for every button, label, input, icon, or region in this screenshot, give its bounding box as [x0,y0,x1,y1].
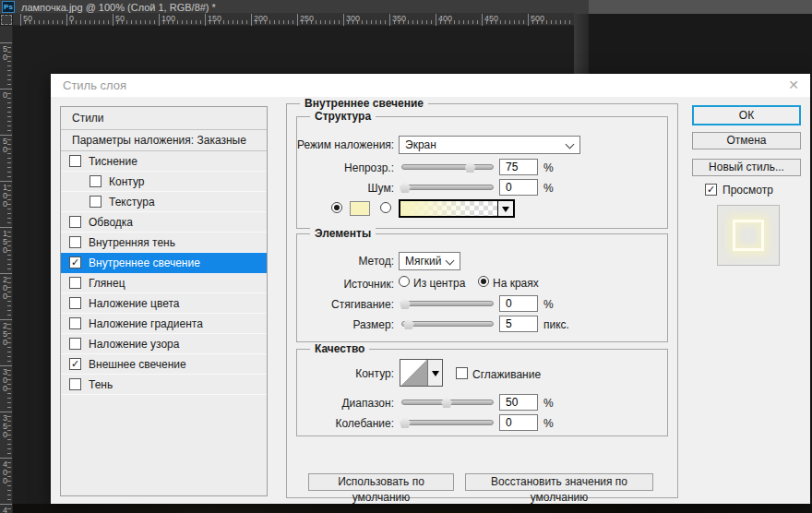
opacity-slider-thumb[interactable] [465,161,476,173]
antialias-checkbox[interactable] [456,367,468,379]
size-slider-thumb[interactable] [403,318,414,329]
sidebar-item-label: Тень [89,378,113,391]
choke-input[interactable] [499,295,538,312]
preview-checkbox[interactable]: ✓ [705,184,717,196]
elements-legend: Элементы [310,227,376,240]
sidebar-item-label: Текстура [109,196,155,209]
range-slider[interactable] [401,400,494,405]
sidebar-item-blending-options[interactable]: Параметры наложения: Заказные [61,130,267,151]
dialog-titlebar[interactable]: Стиль слоя ✕ [51,74,810,97]
dialog-close-icon[interactable]: ✕ [788,78,799,92]
sidebar-item[interactable]: Тиснение [61,151,267,172]
sidebar-item[interactable]: Глянец [61,273,267,293]
noise-input[interactable] [499,179,538,196]
preview-toggle: ✓Просмотр [705,183,773,197]
v-ruler-ticks [7,42,11,513]
technique-value: Мягкий [405,255,442,268]
workspace-strip [589,0,812,14]
technique-select[interactable]: Мягкий [399,252,460,270]
contour-thumbnail[interactable] [400,360,428,386]
noise-slider-thumb[interactable] [400,182,411,193]
source-edge-radio[interactable] [478,276,489,287]
v-ruler-label: 50 [3,42,7,62]
gradient-picker[interactable] [399,199,515,218]
sidebar-item[interactable]: Обводка [61,212,267,233]
cancel-button[interactable]: Отмена [692,132,801,149]
item-checkbox[interactable]: ✓ [69,256,81,268]
source-center-label: Из центра [413,277,465,290]
choke-slider[interactable] [401,301,494,306]
size-slider[interactable] [401,321,494,327]
range-slider-thumb[interactable] [441,397,452,408]
h-ruler-label: 250 [297,13,314,24]
sidebar-item[interactable]: Тень [61,375,267,395]
jitter-slider-thumb[interactable] [400,417,411,428]
v-ruler-label: 400 [3,458,7,485]
v-ruler-label: 50 [3,135,7,154]
item-checkbox[interactable] [69,155,81,167]
item-checkbox[interactable] [69,297,81,309]
structure-legend: Структура [310,110,376,123]
v-ruler-label: 150 [3,227,7,255]
jitter-slider[interactable] [401,420,494,425]
sidebar-item-label: Внутреннее свечение [89,256,200,269]
h-ruler-label: 300 [343,13,360,24]
make-default-button[interactable]: Использовать по умолчанию [308,473,454,491]
item-checkbox[interactable] [69,338,81,350]
contour-dropdown[interactable] [428,360,442,386]
sidebar-item[interactable]: Наложение градиента [61,314,267,334]
h-ruler-label: 0 [66,13,74,24]
photo-peek-strip [13,504,812,513]
layer-style-dialog: Стиль слоя ✕ Стили Параметры наложения: … [51,74,810,504]
ok-button[interactable]: ОК [692,105,801,125]
item-checkbox[interactable]: ✓ [69,358,81,370]
glow-color-swatch[interactable] [350,201,370,216]
item-checkbox[interactable] [69,236,81,248]
h-ruler-label: 400 [436,13,452,24]
noise-slider[interactable] [401,185,494,190]
reset-default-button[interactable]: Восстановить значения по умолчанию [465,473,653,491]
item-checkbox[interactable] [90,175,102,187]
size-label: Размер: [297,318,394,331]
h-ruler: 50050100150200250300350400450500 [13,13,574,26]
sidebar-header-styles[interactable]: Стили [61,107,267,130]
photoshop-logo-icon: Ps [2,1,15,13]
sidebar-item[interactable]: Наложение цвета [61,293,267,314]
sidebar-item-label: Внутренняя тень [89,236,175,249]
sidebar-item-label: Наложение цвета [89,297,179,310]
item-checkbox[interactable] [69,378,81,390]
item-checkbox[interactable] [69,277,81,289]
gradient-preview[interactable] [400,201,497,216]
item-checkbox[interactable] [90,196,102,208]
sidebar-item[interactable]: ✓Внутреннее свечение [61,253,267,273]
glow-color-radio[interactable] [331,202,342,213]
blend-mode-select[interactable]: Экран [399,136,580,154]
contour-picker[interactable] [400,359,443,387]
v-ruler-label: 250 [3,319,7,347]
h-ruler-label: 350 [389,13,406,24]
opacity-input[interactable] [499,159,538,175]
sidebar-item[interactable]: Текстура [61,192,267,212]
glow-gradient-radio[interactable] [380,202,391,213]
panel-legend: Внутреннее свечение [300,97,428,110]
jitter-input[interactable] [499,414,538,431]
opacity-slider[interactable] [401,164,494,170]
item-checkbox[interactable] [69,317,81,329]
new-style-button[interactable]: Новый стиль... [692,159,801,176]
sidebar-item[interactable]: Наложение узора [61,334,267,354]
opacity-label: Непрозр.: [297,161,394,174]
sidebar-item[interactable]: Внутренняя тень [61,233,267,253]
sidebar-item[interactable]: ✓Внешнее свечение [61,354,267,375]
choke-slider-thumb[interactable] [400,298,411,309]
ruler-origin-box[interactable] [1,15,12,25]
h-ruler-label: 150 [205,13,221,24]
h-ruler-label: 500 [528,13,544,24]
v-ruler-label: 200 [3,273,7,301]
size-input[interactable] [499,316,538,332]
sidebar-item[interactable]: Контур [61,172,267,192]
item-checkbox[interactable] [69,216,81,228]
source-center-radio[interactable] [399,276,410,287]
size-unit: пикс. [543,318,569,331]
range-input[interactable] [499,394,538,411]
gradient-dropdown[interactable] [497,201,513,216]
